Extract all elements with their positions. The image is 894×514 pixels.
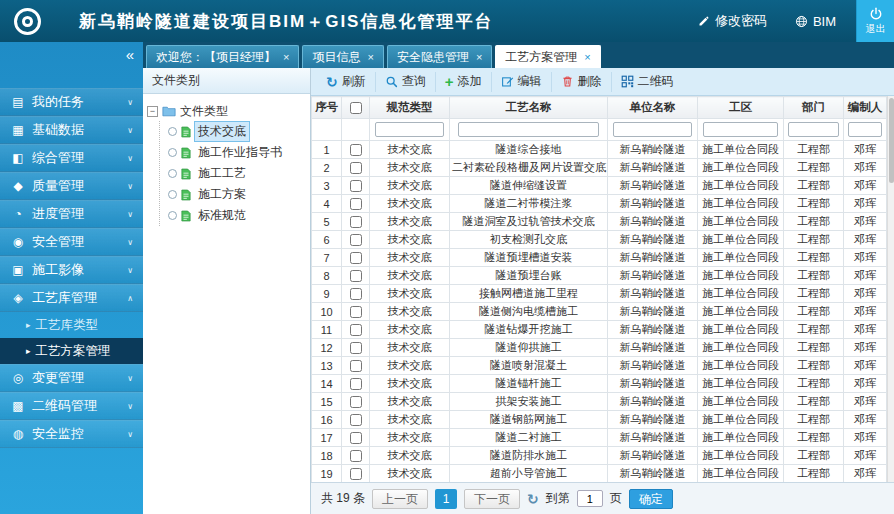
table-row[interactable]: 1技术交底隧道综合接地新乌鞘岭隧道施工单位合同段工程部邓珲 (312, 141, 887, 159)
filter-author-input[interactable] (848, 122, 883, 137)
row-checkbox[interactable] (350, 324, 362, 336)
row-checkbox[interactable] (350, 432, 362, 444)
confirm-button[interactable]: 确定 (629, 489, 673, 509)
row-checkbox[interactable] (350, 198, 362, 210)
sidebar-item[interactable]: ◎变更管理∨ (0, 364, 143, 392)
radio-icon[interactable] (168, 127, 177, 136)
edit-button[interactable]: 编辑 (492, 72, 552, 92)
table-row[interactable]: 19技术交底超前小导管施工新乌鞘岭隧道施工单位合同段工程部邓珲 (312, 465, 887, 483)
table-row[interactable]: 18技术交底隧道防排水施工新乌鞘岭隧道施工单位合同段工程部邓珲 (312, 447, 887, 465)
tree-root-node[interactable]: − 文件类型 (147, 101, 306, 121)
row-index: 17 (312, 429, 342, 447)
row-checkbox[interactable] (350, 144, 362, 156)
table-row[interactable]: 2技术交底二衬素砼段格栅及网片设置交底新乌鞘岭隧道施工单位合同段工程部邓珲 (312, 159, 887, 177)
tab-item[interactable]: 项目信息× (302, 45, 383, 68)
table-row[interactable]: 8技术交底隧道预埋台账新乌鞘岭隧道施工单位合同段工程部邓珲 (312, 267, 887, 285)
row-checkbox[interactable] (350, 216, 362, 228)
filter-area-input[interactable] (703, 122, 778, 137)
row-checkbox[interactable] (350, 360, 362, 372)
filter-name-input[interactable] (458, 122, 599, 137)
next-page-button[interactable]: 下一页 (464, 489, 520, 509)
row-name: 隧道仰拱施工 (450, 339, 608, 357)
row-checkbox[interactable] (350, 342, 362, 354)
refresh-button[interactable]: ↻ 刷新 (317, 72, 376, 92)
radio-icon[interactable] (168, 148, 177, 157)
row-checkbox[interactable] (350, 378, 362, 390)
row-checkbox[interactable] (350, 450, 362, 462)
sidebar-item[interactable]: ◉安全管理∨ (0, 228, 143, 256)
tab-close-icon[interactable]: × (367, 51, 373, 63)
table-row[interactable]: 10技术交底隧道侧沟电缆槽施工新乌鞘岭隧道施工单位合同段工程部邓珲 (312, 303, 887, 321)
filter-dept-input[interactable] (788, 122, 839, 137)
sidebar-item[interactable]: ◍安全监控∨ (0, 420, 143, 448)
table-row[interactable]: 17技术交底隧道二衬施工新乌鞘岭隧道施工单位合同段工程部邓珲 (312, 429, 887, 447)
qrcode-button[interactable]: 二维码 (612, 72, 683, 92)
table-row[interactable]: 14技术交底隧道锚杆施工新乌鞘岭隧道施工单位合同段工程部邓珲 (312, 375, 887, 393)
prev-page-button[interactable]: 上一页 (372, 489, 428, 509)
table-row[interactable]: 3技术交底隧道伸缩缝设置新乌鞘岭隧道施工单位合同段工程部邓珲 (312, 177, 887, 195)
filter-unit-input[interactable] (613, 122, 691, 137)
tree-item[interactable]: 施工工艺 (160, 163, 306, 184)
sidebar-subitem[interactable]: ▸工艺库类型 (0, 312, 143, 338)
row-checkbox[interactable] (350, 396, 362, 408)
sidebar-item[interactable]: ◆质量管理∨ (0, 172, 143, 200)
reload-icon[interactable]: ↻ (527, 491, 539, 507)
table-row[interactable]: 4技术交底隧道二衬带模注浆新乌鞘岭隧道施工单位合同段工程部邓珲 (312, 195, 887, 213)
radio-icon[interactable] (168, 190, 177, 199)
sidebar-collapse-button[interactable]: « (126, 47, 134, 62)
sidebar-item[interactable]: ▣施工影像∨ (0, 256, 143, 284)
row-checkbox[interactable] (350, 270, 362, 282)
sidebar-item[interactable]: ▦基础数据∨ (0, 116, 143, 144)
table-row[interactable]: 13技术交底隧道喷射混凝土新乌鞘岭隧道施工单位合同段工程部邓珲 (312, 357, 887, 375)
filter-type-input[interactable] (375, 122, 444, 137)
row-checkbox[interactable] (350, 414, 362, 426)
tree-collapse-toggle-icon[interactable]: − (147, 106, 158, 117)
row-checkbox[interactable] (350, 306, 362, 318)
tab-item[interactable]: 工艺方案管理× (495, 45, 600, 68)
search-button[interactable]: 查询 (376, 72, 436, 92)
table-row[interactable]: 16技术交底隧道钢筋网施工新乌鞘岭隧道施工单位合同段工程部邓珲 (312, 411, 887, 429)
table-row[interactable]: 15技术交底拱架安装施工新乌鞘岭隧道施工单位合同段工程部邓珲 (312, 393, 887, 411)
add-button[interactable]: + 添加 (436, 72, 492, 92)
table-row[interactable]: 6技术交底初支检测孔交底新乌鞘岭隧道施工单位合同段工程部邓珲 (312, 231, 887, 249)
tab-item[interactable]: 安全隐患管理× (387, 45, 492, 68)
table-row[interactable]: 11技术交底隧道钻爆开挖施工新乌鞘岭隧道施工单位合同段工程部邓珲 (312, 321, 887, 339)
sidebar-item[interactable]: ▩二维码管理∨ (0, 392, 143, 420)
radio-icon[interactable] (168, 211, 177, 220)
current-page-button[interactable]: 1 (435, 489, 457, 509)
scrollbar-thumb[interactable] (889, 98, 894, 183)
table-row[interactable]: 9技术交底接触网槽道施工里程新乌鞘岭隧道施工单位合同段工程部邓珲 (312, 285, 887, 303)
sidebar-item[interactable]: ◈工艺库管理∧ (0, 284, 143, 312)
table-row[interactable]: 12技术交底隧道仰拱施工新乌鞘岭隧道施工单位合同段工程部邓珲 (312, 339, 887, 357)
sidebar-item[interactable]: ▤我的任务∨ (0, 88, 143, 116)
delete-button[interactable]: 删除 (552, 72, 612, 92)
sidebar-subitem[interactable]: ▸工艺方案管理 (0, 338, 143, 364)
change-password-button[interactable]: 修改密码 (698, 12, 767, 30)
tree-item[interactable]: 施工作业指导书 (160, 142, 306, 163)
row-checkbox[interactable] (350, 162, 362, 174)
select-all-checkbox[interactable] (350, 102, 362, 114)
tab-item[interactable]: 欢迎您：【项目经理】× (146, 45, 299, 68)
radio-icon[interactable] (168, 169, 177, 178)
tree-item[interactable]: 技术交底 (160, 121, 306, 142)
tab-close-icon[interactable]: × (283, 51, 289, 63)
row-checkbox[interactable] (350, 252, 362, 264)
table-row[interactable]: 5技术交底隧道洞室及过轨管技术交底新乌鞘岭隧道施工单位合同段工程部邓珲 (312, 213, 887, 231)
sidebar-item[interactable]: ◔进度管理∨ (0, 200, 143, 228)
tab-close-icon[interactable]: × (584, 51, 590, 63)
logout-button[interactable]: 退出 (856, 0, 894, 42)
vertical-scrollbar[interactable] (887, 96, 894, 482)
tree-item[interactable]: 标准规范 (160, 205, 306, 226)
goto-page-input[interactable] (577, 490, 603, 507)
row-checkbox[interactable] (350, 288, 362, 300)
row-checkbox[interactable] (350, 180, 362, 192)
header-actions: 修改密码 BIM (698, 12, 836, 30)
row-checkbox[interactable] (350, 234, 362, 246)
tree-item[interactable]: 施工方案 (160, 184, 306, 205)
table-row[interactable]: 7技术交底隧道预埋槽道安装新乌鞘岭隧道施工单位合同段工程部邓珲 (312, 249, 887, 267)
sidebar-item[interactable]: ◧综合管理∨ (0, 144, 143, 172)
row-dept: 工程部 (784, 285, 844, 303)
row-checkbox[interactable] (350, 468, 362, 480)
bim-button[interactable]: BIM (795, 14, 836, 29)
tab-close-icon[interactable]: × (476, 51, 482, 63)
